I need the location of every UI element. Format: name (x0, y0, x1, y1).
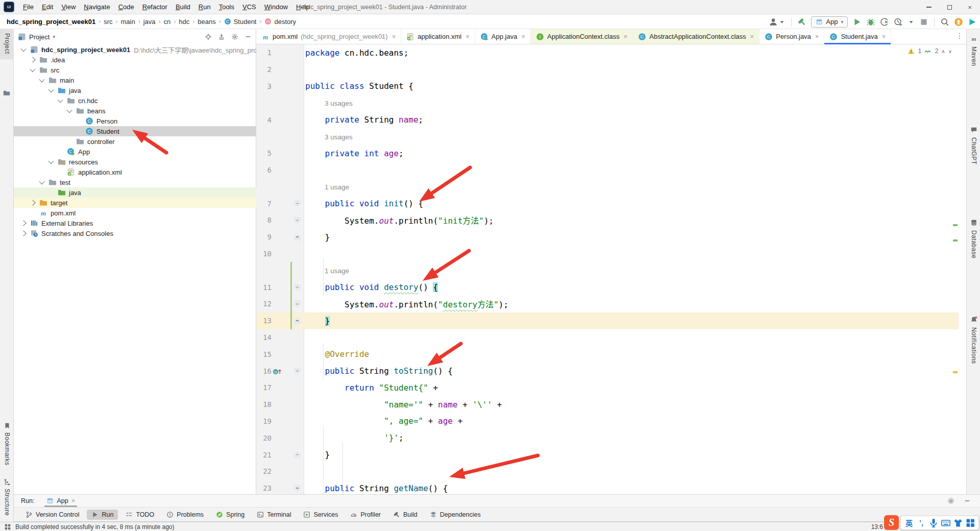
fold-collapse-icon[interactable] (294, 200, 301, 207)
run-configuration-combo[interactable]: App▾ (811, 16, 848, 28)
inlay-row[interactable]: 1 usage (256, 178, 959, 195)
tab-application-xml[interactable]: application.xml× (401, 29, 475, 44)
toolwindow-button-problems[interactable]: Problems (162, 510, 208, 520)
tree-item--idea[interactable]: .idea (14, 55, 256, 65)
chevron-expanded-icon[interactable] (66, 107, 72, 113)
menu-run[interactable]: Run (194, 0, 215, 14)
sidebar-item-database[interactable]: Database (967, 219, 980, 258)
fold-collapse-icon[interactable] (294, 216, 301, 224)
stripe-mark[interactable] (953, 371, 958, 373)
breadcrumb-item-src[interactable]: src (104, 18, 112, 26)
toolwindow-button-services[interactable]: Services (299, 510, 342, 520)
menu-navigate[interactable]: Navigate (80, 0, 114, 14)
prev-problem-chevron[interactable]: ∧ (941, 49, 945, 54)
fold-collapse-icon[interactable] (294, 284, 301, 291)
toolwindow-button-version-control[interactable]: Version Control (21, 510, 84, 520)
tree-item-scratches-and-consoles[interactable]: Scratches and Consoles (14, 228, 256, 238)
tree-item-java[interactable]: java (14, 187, 256, 198)
tree-item-cn-hdc[interactable]: cn.hdc (14, 95, 256, 106)
code-line[interactable]: 10 (256, 246, 959, 262)
sidebar-item-maven[interactable]: mMaven (967, 35, 980, 66)
code-line[interactable]: 17 return "Student{" + (256, 379, 959, 396)
close-icon[interactable]: × (882, 33, 886, 40)
tab-applicationcontext-class[interactable]: IApplicationContext.class× (531, 29, 633, 44)
keyboard-icon[interactable] (941, 518, 951, 528)
fold-collapse-icon[interactable] (294, 485, 301, 492)
tab-student-java[interactable]: CStudent.java× (824, 29, 891, 44)
coverage-button-icon[interactable] (894, 17, 903, 27)
usage-inlay-hint[interactable]: 3 usages (325, 100, 353, 107)
tree-item-student[interactable]: CStudent (14, 126, 256, 136)
fold-collapse-icon[interactable] (294, 300, 301, 307)
close-icon[interactable]: × (392, 33, 396, 40)
tab-pom-xml[interactable]: mpom.xml (hdc_spring_project_week01)× (256, 29, 401, 44)
code-line[interactable]: 13 } (256, 312, 959, 329)
plugin-widget-icon[interactable] (968, 17, 977, 27)
code-line[interactable]: 18 "name='" + name + '\'' + (256, 396, 959, 413)
breadcrumb-item-cn[interactable]: cn (164, 18, 171, 26)
usage-inlay-hint[interactable]: 3 usages (325, 133, 353, 141)
code-line[interactable]: 8 System.out.println("init方法"); (256, 212, 959, 229)
fold-collapse-icon[interactable] (294, 368, 301, 375)
menu-code[interactable]: Code (114, 0, 138, 14)
toolwindow-button-spring[interactable]: Spring (211, 510, 249, 520)
profile-button-icon[interactable] (880, 17, 889, 27)
fold-end-icon[interactable] (294, 233, 301, 240)
breadcrumb-item-destory[interactable]: mdestory (264, 18, 296, 26)
stripe-mark[interactable] (953, 239, 958, 242)
code-line[interactable]: 21 } (256, 446, 959, 463)
tree-item-application-xml[interactable]: application.xml (14, 167, 256, 177)
code-line[interactable]: 6 (256, 162, 959, 179)
code-line[interactable]: 2 (256, 61, 959, 78)
maximize-button[interactable] (939, 0, 960, 14)
toolwindow-button-profiler[interactable]: Profiler (346, 510, 385, 520)
sogou-icon[interactable]: S (884, 515, 899, 530)
tree-item-controller[interactable]: controller (14, 136, 256, 147)
tree-item-hdc-spring-project-week01[interactable]: hdc_spring_project_week01D:\hdc\大三下学期\ja… (14, 44, 256, 55)
breadcrumb-item-student[interactable]: CStudent (224, 18, 257, 26)
collapse-icon[interactable] (218, 33, 225, 40)
toolwindow-button-terminal[interactable]: Terminal (252, 510, 296, 520)
tab-person-java[interactable]: CPerson.java× (760, 29, 824, 44)
close-button[interactable]: × (960, 0, 980, 14)
code-line[interactable]: 22 (256, 463, 959, 480)
menu-view[interactable]: View (57, 0, 80, 14)
code-line[interactable]: 16o public String toString() { (256, 363, 959, 379)
chevron-collapsed-icon[interactable] (20, 230, 26, 236)
minus-icon[interactable] (964, 497, 971, 504)
search-everywhere-icon[interactable] (940, 17, 949, 27)
skin-icon[interactable] (953, 518, 963, 528)
code-line[interactable]: 3public class Student { (256, 78, 959, 95)
code-editor[interactable]: 1package cn.hdc.beans;23public class Stu… (256, 44, 959, 494)
code-line[interactable]: 15 @Override (256, 346, 959, 363)
inlay-row[interactable]: 1 usage (256, 262, 959, 279)
toolwindow-button-dependencies[interactable]: Dependencies (425, 510, 485, 520)
usage-inlay-hint[interactable]: 1 usage (325, 183, 349, 191)
inlay-row[interactable]: 3 usages (256, 128, 959, 145)
breadcrumb-item-hdc_spring_project_week01[interactable]: hdc_spring_project_week01 (7, 18, 95, 26)
chevron-collapsed-icon[interactable] (30, 200, 35, 205)
menu-tools[interactable]: Tools (215, 0, 238, 14)
close-icon[interactable]: × (465, 33, 470, 40)
tree-item-resources[interactable]: resources (14, 157, 256, 167)
run-button-icon[interactable] (852, 17, 862, 27)
tab-app-java[interactable]: CApp.java× (475, 29, 531, 44)
kebab-menu-icon[interactable]: ⋮ (956, 32, 963, 40)
minus-icon[interactable] (244, 33, 252, 40)
code-line[interactable]: 5 private int age; (256, 145, 959, 162)
breadcrumb-item-hdc[interactable]: hdc (179, 18, 189, 26)
chevron-expanded-icon[interactable] (20, 46, 26, 52)
code-line[interactable]: 1package cn.hdc.beans; (256, 44, 959, 61)
next-problem-chevron[interactable]: ∨ (948, 49, 952, 54)
toolwindow-button-build[interactable]: Build (388, 510, 422, 520)
toolwindow-button-run[interactable]: Run (87, 510, 118, 520)
gear-icon[interactable] (231, 33, 238, 40)
menu-edit[interactable]: Edit (38, 0, 57, 14)
code-line[interactable]: 23 public String getName() { (256, 480, 959, 494)
ime-menu-icon[interactable] (965, 518, 975, 528)
chevron-expanded-icon[interactable] (30, 66, 35, 72)
stop-icon[interactable] (919, 17, 928, 27)
chevron-expanded-icon[interactable] (48, 158, 54, 164)
chevron-expanded-icon[interactable] (39, 77, 44, 82)
breadcrumb-item-beans[interactable]: beans (198, 18, 215, 26)
